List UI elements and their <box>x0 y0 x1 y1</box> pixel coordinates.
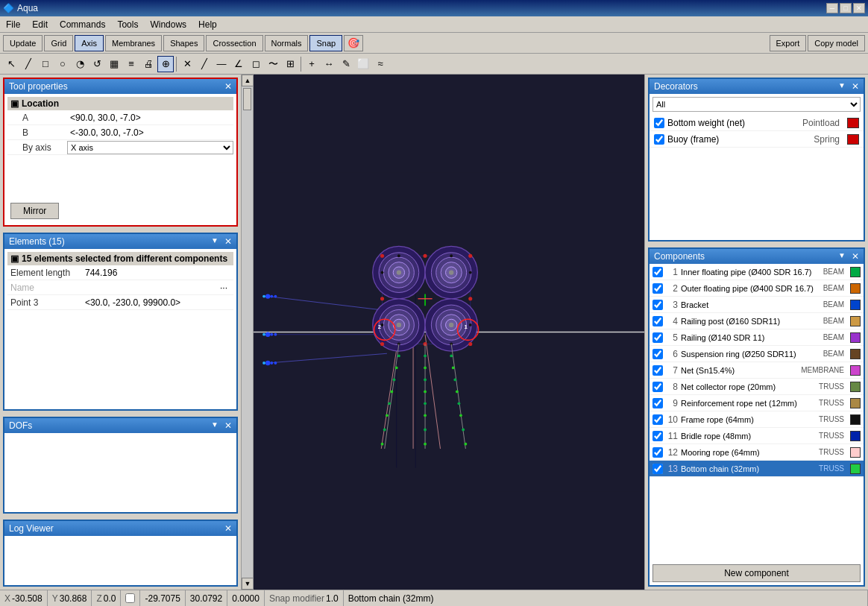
elem-name-dots[interactable]: ··· <box>217 283 230 293</box>
mirror-button[interactable]: Mirror <box>10 203 59 219</box>
membranes-button[interactable]: Membranes <box>105 35 162 51</box>
log-close[interactable]: ✕ <box>224 523 232 534</box>
add-tool-icon[interactable]: + <box>304 56 320 72</box>
wave-tool-icon[interactable]: 〜 <box>265 56 281 72</box>
menu-commands[interactable]: Commands <box>54 18 111 31</box>
component-row-2[interactable]: 2Outer floating pipe (Ø400 SDR 16.7)BEAM <box>650 280 864 297</box>
comp-checkbox-3[interactable] <box>652 300 663 310</box>
comp-checkbox-7[interactable] <box>652 365 663 376</box>
component-row-6[interactable]: 6Suspension ring (Ø250 SDR11)BEAM <box>650 346 864 362</box>
circle-tool-icon[interactable]: ○ <box>54 56 71 72</box>
titlebar: 🔷 Aqua ─ □ ✕ <box>0 0 868 16</box>
comp-checkbox-1[interactable] <box>652 267 663 277</box>
elements-close[interactable]: ✕ <box>224 236 232 247</box>
print-tool-icon[interactable]: 🖨 <box>140 56 157 72</box>
comp-checkbox-4[interactable] <box>652 316 663 326</box>
comp-checkbox-10[interactable] <box>652 414 663 425</box>
dec-bottom-weight-checkbox[interactable] <box>654 118 664 128</box>
menu-help[interactable]: Help <box>192 18 223 31</box>
measure-tool-icon[interactable]: ↔ <box>321 56 337 72</box>
normals-button[interactable]: Normals <box>265 35 309 51</box>
scroll-down[interactable]: ▼ <box>242 578 253 590</box>
component-row-8[interactable]: 8Net collector rope (20mm)TRUSS <box>650 379 864 395</box>
comp-name-1: Inner floating pipe (Ø400 SDR 16.7) <box>681 268 820 277</box>
comp-checkbox-12[interactable] <box>652 447 663 458</box>
tool-properties-close[interactable]: ✕ <box>224 81 232 92</box>
rect-tool-icon[interactable]: □ <box>37 56 54 72</box>
dec-buoy-checkbox[interactable] <box>654 134 664 145</box>
node-tool-icon[interactable]: ⊞ <box>282 56 298 72</box>
comp-checkbox-9[interactable] <box>652 398 663 408</box>
comp-checkbox-5[interactable] <box>652 332 663 343</box>
script-tool-icon[interactable]: ≈ <box>372 56 389 72</box>
update-button[interactable]: Update <box>3 35 43 51</box>
new-component-button[interactable]: New component <box>652 564 861 582</box>
line-tool-icon[interactable]: ╱ <box>20 56 37 72</box>
elements-section: ▣ 15 elements selected from different co… <box>7 252 233 265</box>
component-row-12[interactable]: 12Mooring rope (64mm)TRUSS <box>650 444 864 461</box>
left-scrollbar[interactable]: ▲ ▼ <box>241 75 253 590</box>
components-close[interactable]: ✕ <box>852 251 859 262</box>
component-row-9[interactable]: 9Reinforcement rope net (12mm)TRUSS <box>650 395 864 411</box>
bars-tool-icon[interactable]: ≡ <box>123 56 139 72</box>
component-row-3[interactable]: 3BracketBEAM <box>650 297 864 313</box>
decorators-close[interactable]: ✕ <box>852 81 859 92</box>
maximize-button[interactable]: □ <box>840 3 852 13</box>
titlebar-controls[interactable]: ─ □ ✕ <box>826 3 865 13</box>
dash-tool-icon[interactable]: — <box>213 56 230 72</box>
grid-button[interactable]: Grid <box>44 35 73 51</box>
select-tool-icon[interactable]: ↖ <box>3 56 19 72</box>
scroll-thumb[interactable] <box>243 88 251 110</box>
comp-checkbox-6[interactable] <box>652 349 663 359</box>
shapes-button[interactable]: Shapes <box>163 35 204 51</box>
comp-checkbox-11[interactable] <box>652 431 663 441</box>
snap-icon[interactable]: 🎯 <box>344 35 363 51</box>
component-row-7[interactable]: 7Net (Sn15.4%)MEMBRANE <box>650 362 864 379</box>
cross-tool-icon[interactable]: ✕ <box>179 56 195 72</box>
menu-windows[interactable]: Windows <box>144 18 192 31</box>
component-row-13[interactable]: 13Bottom chain (32mm)TRUSS <box>650 461 864 477</box>
minimize-button[interactable]: ─ <box>826 3 838 13</box>
svg-point-75 <box>386 414 389 417</box>
rotate-tool-icon[interactable]: ↺ <box>89 56 105 72</box>
crossection-button[interactable]: Crossection <box>206 35 262 51</box>
slash-tool-icon[interactable]: ╱ <box>196 56 213 72</box>
comp-checkbox-13[interactable] <box>652 464 663 474</box>
axis-select[interactable]: X axis Y axis Z axis <box>67 141 233 154</box>
decorators-select[interactable]: All <box>652 97 861 112</box>
component-row-4[interactable]: 4Railing post (Ø160 SDR11)BEAM <box>650 313 864 329</box>
mirror-tool-icon[interactable]: ⊕ <box>157 56 174 72</box>
snap-button[interactable]: Snap <box>309 35 342 51</box>
menu-edit[interactable]: Edit <box>26 18 54 31</box>
dofs-arrow[interactable]: ▼ <box>211 420 218 431</box>
status-y: Y 30.868 <box>48 590 92 606</box>
comp-checkbox-8[interactable] <box>652 382 663 392</box>
menu-file[interactable]: File <box>0 18 26 31</box>
export-button[interactable]: Export <box>770 35 807 51</box>
elements-arrow[interactable]: ▼ <box>211 236 218 247</box>
box-tool-icon[interactable]: ⬜ <box>355 56 371 72</box>
dofs-close[interactable]: ✕ <box>224 420 232 431</box>
close-button[interactable]: ✕ <box>853 3 865 13</box>
snap-checkbox[interactable] <box>125 593 135 603</box>
svg-point-40 <box>397 323 401 327</box>
menu-tools[interactable]: Tools <box>111 18 144 31</box>
decorators-arrow[interactable]: ▼ <box>838 81 846 92</box>
scroll-up[interactable]: ▲ <box>242 75 253 86</box>
component-row-10[interactable]: 10Frame rope (64mm)TRUSS <box>650 411 864 428</box>
square-tool-icon[interactable]: ◻ <box>248 56 264 72</box>
component-row-1[interactable]: 1Inner floating pipe (Ø400 SDR 16.7)BEAM <box>650 264 864 280</box>
svg-point-58 <box>380 342 384 346</box>
grid-tool-icon[interactable]: ▦ <box>106 56 122 72</box>
component-row-11[interactable]: 11Bridle rope (48mm)TRUSS <box>650 428 864 444</box>
angle-tool-icon[interactable]: ∠ <box>230 56 247 72</box>
component-row-5[interactable]: 5Railing (Ø140 SDR 11)BEAM <box>650 329 864 346</box>
copy-model-button[interactable]: Copy model <box>808 35 865 51</box>
dofs-panel: DOFs ▼ ✕ <box>3 417 238 514</box>
arc-tool-icon[interactable]: ◔ <box>72 56 88 72</box>
edit-tool-icon[interactable]: ✎ <box>338 56 354 72</box>
components-arrow[interactable]: ▼ <box>838 251 846 262</box>
axis-button[interactable]: Axis <box>75 35 104 51</box>
canvas-area[interactable]: 1 2 <box>254 75 644 590</box>
comp-checkbox-2[interactable] <box>652 283 663 294</box>
